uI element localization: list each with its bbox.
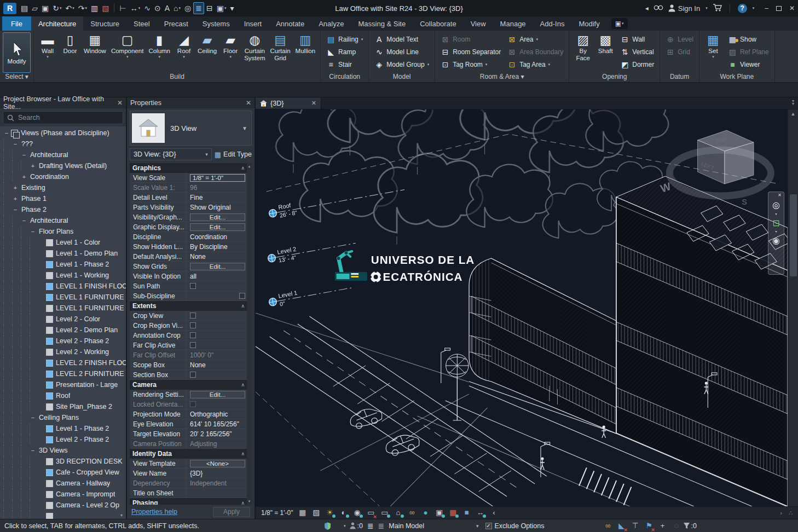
tree-item-level-2-demo-plan[interactable]: Level 2 - Demo Plan — [0, 325, 126, 336]
tree-item-item[interactable]: −??? — [0, 138, 126, 149]
tree-item-phase-2[interactable]: −Phase 2 — [0, 204, 126, 215]
tree-item-phase-1[interactable]: +Phase 1 — [0, 193, 126, 204]
tab-structure[interactable]: Structure — [83, 16, 126, 31]
expand-toggle[interactable]: + — [30, 163, 36, 169]
sign-in-caret-icon[interactable]: ▾ — [706, 6, 708, 10]
prop-button-view-template[interactable]: <None> — [190, 460, 245, 467]
print-icon[interactable]: ▥ — [89, 2, 100, 14]
ribbon-button-tag-area[interactable]: ⊡Tag Area▾ — [505, 59, 566, 71]
building[interactable] — [469, 176, 788, 506]
ribbon-extra-menu[interactable]: ▣▾ — [611, 18, 628, 29]
tree-item-camera-imprompt[interactable]: Camera - Imprompt — [0, 489, 126, 500]
collapse-toggle[interactable]: − — [12, 206, 19, 213]
analytical-model-icon[interactable]: ▣ — [435, 508, 444, 517]
expand-toggle[interactable]: + — [12, 195, 19, 202]
worksharing-icon[interactable] — [324, 522, 331, 530]
sun-settings-icon[interactable]: ☀ — [326, 508, 334, 517]
ribbon-button-railing[interactable]: ▤Railing▾ — [323, 33, 366, 45]
undo-icon[interactable]: ↶▾ — [64, 2, 76, 14]
type-selector[interactable]: 3D View ▼ — [130, 111, 252, 146]
section-icon[interactable]: ◎ — [183, 2, 193, 14]
revit-logo[interactable]: R — [3, 3, 16, 14]
ribbon-button-room-separator[interactable]: ⊟Room Separator — [438, 46, 504, 58]
export-icon[interactable]: ▧ — [100, 2, 111, 14]
tree-item-coordination[interactable]: +Coordination — [0, 171, 126, 182]
prop-check-crop-view[interactable] — [190, 313, 196, 319]
tab-add-ins[interactable]: Add-Ins — [533, 16, 572, 31]
close-icon[interactable]: ✕ — [117, 99, 123, 107]
temporary-hide-isolate-icon[interactable]: ● — [421, 508, 430, 517]
spinner-icon[interactable]: ◌ — [672, 522, 681, 530]
tab-annotate[interactable]: Annotate — [269, 16, 311, 31]
ribbon-button-viewer[interactable]: ■Viewer — [725, 59, 772, 71]
workset-dropdown-icon[interactable]: ▾ — [476, 523, 479, 529]
communication-center-icon[interactable] — [654, 4, 663, 13]
tree-item-level-2-phase-2[interactable]: Level 2 - Phase 2 — [0, 434, 126, 445]
displace-elements-icon[interactable]: ■ — [462, 508, 471, 517]
collapse-toggle[interactable]: − — [12, 141, 19, 147]
maximize-button[interactable] — [776, 6, 782, 11]
viewport-scrollbar[interactable]: ▲ — [788, 109, 798, 506]
tree-item-item[interactable] — [0, 511, 126, 519]
expand-toggle[interactable]: + — [21, 174, 27, 180]
select-links-icon[interactable]: ∞ — [604, 522, 612, 530]
tree-item-level-2-color[interactable]: Level 2 - Color — [0, 314, 126, 325]
scroll-up-icon[interactable]: ▴ — [248, 164, 251, 169]
scroll-down-icon[interactable]: ▾ — [248, 499, 251, 504]
ribbon-button-window[interactable]: ▦Window — [82, 32, 108, 73]
panel-label-select[interactable]: Select ▾ — [0, 73, 33, 82]
prop-button-rendering-setti[interactable]: Edit... — [190, 391, 245, 398]
search-input[interactable]: Search — [3, 111, 123, 124]
section-identity-data[interactable]: Identity Data∧ — [130, 449, 252, 459]
tree-item-level-2-working[interactable]: Level 2 - Working — [0, 346, 126, 357]
workset-list-icon[interactable]: ≣ — [378, 522, 385, 530]
model-line-icon[interactable]: ∿ — [142, 2, 152, 14]
thin-lines-icon[interactable]: ≣ — [193, 2, 204, 14]
prop-button-show-grids[interactable]: Edit... — [190, 263, 245, 270]
tree-item-level-1-furniture[interactable]: LEVEL 1 FURNITURE — [0, 303, 126, 314]
level-marker-level-2[interactable]: Level 2 13' - 4" — [267, 235, 357, 265]
properties-help-link[interactable]: Properties help — [131, 508, 177, 516]
close-button[interactable]: ✕ — [789, 4, 795, 12]
tree-item-existing[interactable]: +Existing — [0, 182, 126, 193]
tab-analyze[interactable]: Analyze — [311, 16, 351, 31]
crop-region-icon[interactable]: ▭ — [380, 508, 389, 517]
tab-precast[interactable]: Precast — [157, 16, 195, 31]
section-phasing[interactable]: Phasing∧ — [130, 498, 252, 505]
tree-item-drafting-views-detail[interactable]: +Drafting Views (Detail) — [0, 160, 126, 171]
ribbon-button-area[interactable]: ⊠Area▾ — [505, 33, 566, 45]
tag-by-category-icon[interactable]: ⊙ — [153, 2, 163, 14]
prop-check-section-box[interactable] — [190, 372, 196, 378]
worksets-dialog-icon[interactable]: ≣ — [367, 522, 374, 530]
tree-scrollbar[interactable]: ▾ — [119, 513, 124, 518]
ribbon-button-wall[interactable]: ▬Wall▾ — [37, 32, 59, 73]
active-workset-value[interactable]: Main Model — [389, 522, 424, 530]
tree-item-cafe-cropped-view[interactable]: Cafe - Cropped View — [0, 467, 126, 478]
section-graphics[interactable]: Graphics∧ — [130, 163, 252, 173]
tab-list-chevron-icon[interactable]: ▾▾ — [788, 97, 798, 109]
collapse-toggle[interactable]: − — [30, 447, 36, 454]
select-underlay-icon[interactable]: ◣✕ — [617, 522, 626, 530]
ribbon-button-wall[interactable]: ⊟Wall — [617, 33, 657, 45]
ribbon-button-roof[interactable]: ◢Roof▾ — [173, 32, 195, 73]
ribbon-button-mullion[interactable]: ▥Mullion — [293, 32, 317, 73]
collapse-toggle[interactable]: − — [21, 152, 27, 158]
prop-more-sub-discipline[interactable] — [239, 293, 245, 299]
tree-item-ceiling-plans[interactable]: −Ceiling Plans — [0, 412, 126, 423]
file-properties-icon[interactable]: ▤ — [19, 2, 30, 14]
edit-type-button[interactable]: ▦ Edit Type — [215, 151, 252, 159]
navigation-wheel-icon[interactable]: ◎ — [772, 198, 780, 212]
ribbon-button-tag-room[interactable]: ⊡Tag Room▾ — [438, 59, 504, 71]
tree-item-3d-recption-desk[interactable]: 3D RECPTION DESK — [0, 456, 126, 467]
search-collapse-icon[interactable]: ◂ — [645, 4, 649, 12]
prop-check-sun-path[interactable] — [190, 283, 196, 289]
view-scale-button[interactable]: 1/8" = 1'-0" — [261, 509, 293, 517]
trees[interactable] — [276, 109, 668, 245]
tree-item-architectural[interactable]: −Architectural — [0, 215, 126, 226]
select-by-face-icon[interactable]: ⚑✕ — [645, 522, 654, 530]
sign-in-button[interactable]: Sign In — [668, 4, 700, 13]
workset-caret-icon[interactable]: ▾ — [344, 524, 346, 528]
editable-only-toggle[interactable]: :0 — [350, 522, 362, 530]
tree-item-level-1-phase-2[interactable]: Level 1 - Phase 2 — [0, 259, 126, 270]
ribbon-button-curtain-grid[interactable]: ▤CurtainGrid — [268, 32, 293, 73]
